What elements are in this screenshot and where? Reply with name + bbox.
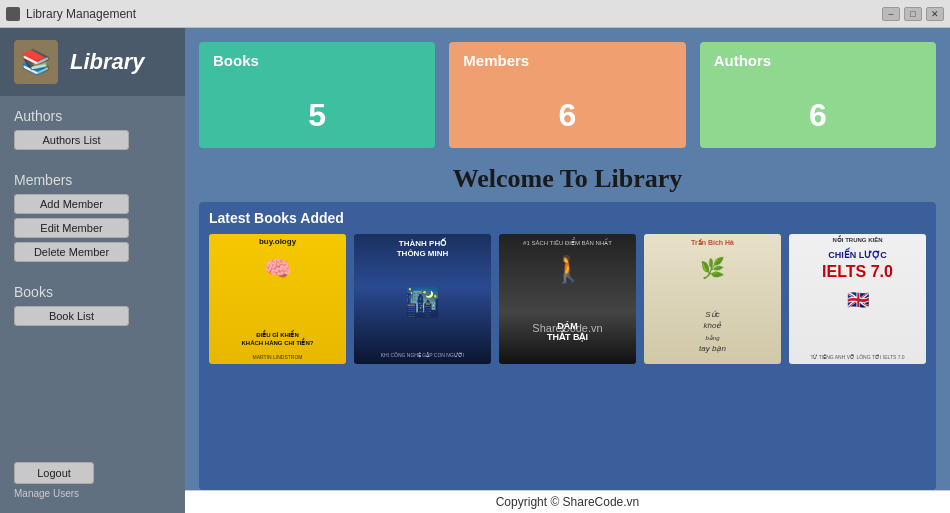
latest-books-title: Latest Books Added bbox=[209, 210, 926, 226]
add-member-button[interactable]: Add Member bbox=[14, 194, 129, 214]
stat-card-members: Members 6 bbox=[449, 42, 685, 148]
sidebar-section-authors: Authors Authors List bbox=[0, 96, 185, 160]
titlebar-controls[interactable]: – □ ✕ bbox=[882, 7, 944, 21]
stat-members-title: Members bbox=[463, 52, 671, 69]
book-buyology-top: buy.ology bbox=[211, 237, 344, 247]
stat-books-value: 5 bbox=[213, 97, 421, 134]
sidebar-section-members-title: Members bbox=[14, 172, 171, 188]
copyright-text: Copyright © ShareCode.vn bbox=[496, 495, 640, 509]
sidebar: 📚 Library Authors Authors List Members A… bbox=[0, 28, 185, 513]
stat-authors-title: Authors bbox=[714, 52, 922, 69]
close-button[interactable]: ✕ bbox=[926, 7, 944, 21]
books-grid-wrapper: buy.ology 🧠 ĐIỀU GÌ KHIẾNKHÁCH HÀNG CHI … bbox=[209, 234, 926, 364]
sidebar-app-title: Library bbox=[70, 49, 145, 75]
stat-members-value: 6 bbox=[463, 97, 671, 134]
book-list-button[interactable]: Book List bbox=[14, 306, 129, 326]
logout-button[interactable]: Logout bbox=[14, 462, 94, 484]
welcome-text: Welcome To Library bbox=[453, 164, 683, 193]
copyright-bar: Copyright © ShareCode.vn bbox=[185, 490, 950, 513]
sidebar-logo-icon: 📚 bbox=[14, 40, 58, 84]
book-thanh-pho-top: THÀNH PHỐTHÔNG MINH bbox=[356, 239, 489, 260]
stats-row: Books 5 Members 6 Authors 6 bbox=[185, 28, 950, 158]
book-cover-thanh-pho[interactable]: THÀNH PHỐTHÔNG MINH 🌃 KHI CÔNG NGHỆ GẶP … bbox=[354, 234, 491, 364]
stat-card-authors: Authors 6 bbox=[700, 42, 936, 148]
main-content: Books 5 Members 6 Authors 6 Welcome To L… bbox=[185, 28, 950, 513]
book-suc-khoe-top: Trần Bích Hà bbox=[646, 238, 779, 247]
stat-authors-value: 6 bbox=[714, 97, 922, 134]
sidebar-section-books-title: Books bbox=[14, 284, 171, 300]
titlebar-left: Library Management bbox=[6, 7, 136, 21]
maximize-button[interactable]: □ bbox=[904, 7, 922, 21]
delete-member-button[interactable]: Delete Member bbox=[14, 242, 129, 262]
sidebar-header: 📚 Library bbox=[0, 28, 185, 96]
minimize-button[interactable]: – bbox=[882, 7, 900, 21]
book-cover-buyology[interactable]: buy.ology 🧠 ĐIỀU GÌ KHIẾNKHÁCH HÀNG CHI … bbox=[209, 234, 346, 364]
manage-users-label: Manage Users bbox=[14, 488, 171, 499]
app-icon bbox=[6, 7, 20, 21]
stat-card-books: Books 5 bbox=[199, 42, 435, 148]
book-cover-ielts[interactable]: NỒI TRUNG KIÊN CHIẾN LƯỢCIELTS 7.0 🇬🇧 TỪ… bbox=[789, 234, 926, 364]
book-buyology-bottom: ĐIỀU GÌ KHIẾNKHÁCH HÀNG CHI TIỀN? bbox=[211, 332, 344, 348]
titlebar: Library Management – □ ✕ bbox=[0, 0, 950, 28]
stat-books-title: Books bbox=[213, 52, 421, 69]
sidebar-section-members: Members Add Member Edit Member Delete Me… bbox=[0, 160, 185, 272]
book-cover-dam-that-bai[interactable]: #1 SÁCH TIÊU ĐIỂM BÁN NHẤT 🚶 DÁMTHẤT BẠI bbox=[499, 234, 636, 364]
sidebar-section-authors-title: Authors bbox=[14, 108, 171, 124]
sidebar-section-books: Books Book List bbox=[0, 272, 185, 336]
authors-list-button[interactable]: Authors List bbox=[14, 130, 129, 150]
book-dam-bottom: DÁMTHẤT BẠI bbox=[501, 321, 634, 344]
app-layout: 📚 Library Authors Authors List Members A… bbox=[0, 28, 950, 513]
book-ielts-top: NỒI TRUNG KIÊN bbox=[791, 237, 924, 245]
latest-books-section: Latest Books Added buy.ology 🧠 ĐIỀU GÌ K… bbox=[199, 202, 936, 490]
titlebar-title: Library Management bbox=[26, 7, 136, 21]
book-cover-suc-khoe[interactable]: Trần Bích Hà 🌿 Sứckhoẻbằngtay bạn bbox=[644, 234, 781, 364]
edit-member-button[interactable]: Edit Member bbox=[14, 218, 129, 238]
books-grid: buy.ology 🧠 ĐIỀU GÌ KHIẾNKHÁCH HÀNG CHI … bbox=[209, 234, 926, 364]
welcome-section: Welcome To Library bbox=[185, 158, 950, 202]
sidebar-bottom: Logout Manage Users bbox=[0, 452, 185, 513]
